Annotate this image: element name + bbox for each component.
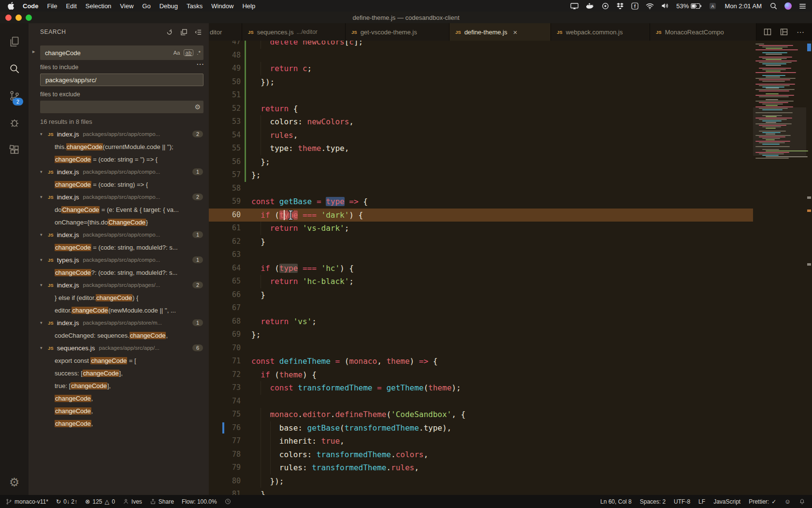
screen-mirroring-icon[interactable] [570, 2, 579, 10]
menu-window[interactable]: Window [207, 2, 238, 10]
clock-status[interactable] [225, 498, 231, 505]
code-text[interactable]: colors: transformedTheme.colors, [251, 448, 428, 462]
encoding-status[interactable]: UTF-8 [674, 498, 690, 505]
line-number[interactable]: 75 [209, 408, 241, 421]
more-actions-icon[interactable]: ⋯ [797, 28, 804, 37]
messenger-icon[interactable]: f [631, 2, 638, 10]
code-text[interactable]: const defineTheme = (monaco, theme) => { [251, 355, 437, 368]
code-text[interactable]: } [251, 288, 265, 302]
search-file-row[interactable]: ▾JSindex.jspackages/app/src/app/compo...… [29, 228, 209, 241]
feedback-smiley-icon[interactable]: ☺ [784, 498, 791, 505]
regex-icon[interactable]: .* [197, 50, 201, 56]
wifi-icon[interactable] [646, 3, 654, 9]
expand-chevron-icon[interactable]: ▾ [40, 132, 47, 136]
expand-chevron-icon[interactable]: ▾ [40, 320, 47, 325]
split-editor-icon[interactable] [764, 28, 771, 36]
problems-status[interactable]: ⊗ 125 △ 0 [85, 498, 115, 505]
code-text[interactable]: return { [251, 102, 298, 116]
expand-chevron-icon[interactable]: ▾ [40, 232, 47, 237]
search-match-row[interactable]: editor.changeCode(newModule.code || '', … [29, 304, 209, 316]
search-match-row[interactable]: changeCode = (code: string) => { [29, 178, 209, 191]
git-sync-status[interactable]: ↻ 0↓ 2↑ [56, 498, 77, 505]
line-number[interactable]: 74 [209, 395, 241, 408]
search-match-row[interactable]: changeCode, [29, 404, 209, 417]
line-number[interactable]: 57 [209, 168, 241, 182]
menu-view[interactable]: View [116, 2, 138, 10]
expand-chevron-icon[interactable]: ▾ [40, 345, 47, 350]
exclude-settings-gear-icon[interactable]: ⚙ [194, 103, 201, 111]
code-text[interactable]: } [251, 235, 265, 249]
search-file-row[interactable]: ▾JSindex.jspackages/app/src/app/compo...… [29, 191, 209, 203]
notification-center-icon[interactable] [799, 3, 806, 9]
cursor-position[interactable]: Ln 60, Col 8 [600, 498, 632, 505]
zoom-window-button[interactable] [26, 15, 32, 21]
search-file-row[interactable]: ▾JSindex.jspackages/app/src/app/pages/..… [29, 279, 209, 291]
line-number[interactable]: 51 [209, 89, 241, 102]
menu-tasks[interactable]: Tasks [182, 2, 207, 10]
line-number[interactable]: 64 [209, 262, 241, 275]
search-match-row[interactable]: changeCode = (code: string = '') => { [29, 153, 209, 165]
dropbox-icon[interactable] [616, 2, 624, 9]
search-match-row[interactable]: changeCode, [29, 417, 209, 430]
code-text[interactable]: } [251, 488, 265, 495]
menu-app-name[interactable]: Code [18, 2, 43, 10]
refresh-icon[interactable] [166, 29, 173, 36]
docker-icon[interactable] [586, 2, 594, 9]
minimap[interactable] [753, 41, 806, 495]
code-text[interactable]: return 'hc-black'; [251, 275, 354, 288]
search-match-row[interactable]: codeChanged: sequences.changeCode, [29, 329, 209, 342]
line-number[interactable]: 53 [209, 115, 241, 129]
search-file-row[interactable]: ▾JSindex.jspackages/app/src/app/compo...… [29, 128, 209, 140]
line-number[interactable]: 60 [209, 209, 241, 222]
line-number[interactable]: 61 [209, 222, 241, 235]
search-input[interactable] [44, 49, 170, 57]
line-number[interactable]: 49 [209, 62, 241, 75]
line-number[interactable]: 58 [209, 182, 241, 195]
battery-indicator[interactable]: 53% [676, 2, 702, 10]
editor-layout-icon[interactable] [780, 28, 788, 36]
line-number[interactable]: 56 [209, 155, 241, 169]
line-number[interactable]: 65 [209, 275, 241, 288]
tab-clipped[interactable]: ditor [209, 23, 242, 41]
search-match-row[interactable]: changeCode?: (code: string, moduleId?: s… [29, 266, 209, 279]
spotlight-icon[interactable] [770, 2, 777, 10]
notifications-bell-icon[interactable] [799, 498, 805, 505]
line-number[interactable]: 55 [209, 142, 241, 155]
line-number[interactable]: 76 [209, 421, 241, 435]
code-editor[interactable]: 47 delete newColors[c];4849 return c;50 … [209, 41, 812, 495]
line-number[interactable]: 68 [209, 315, 241, 329]
expand-chevron-icon[interactable]: ▾ [40, 169, 47, 174]
line-number[interactable]: 79 [209, 461, 241, 475]
line-number[interactable]: 81 [209, 488, 241, 495]
files-to-exclude-input[interactable] [44, 103, 194, 111]
search-match-row[interactable]: doChangeCode = (e: Event & { target: { v… [29, 203, 209, 216]
code-text[interactable]: }); [251, 75, 275, 89]
timer-app-icon[interactable] [602, 2, 609, 10]
code-text[interactable]: rules: transformedTheme.rules, [251, 461, 419, 475]
menu-go[interactable]: Go [138, 2, 155, 10]
expand-chevron-icon[interactable]: ▾ [40, 194, 47, 199]
code-text[interactable]: monaco.editor.defineTheme('CodeSandbox',… [251, 408, 465, 421]
line-number[interactable]: 67 [209, 301, 241, 315]
code-text[interactable]: inherit: true, [251, 434, 345, 448]
search-match-row[interactable]: true: [changeCode], [29, 379, 209, 392]
expand-chevron-icon[interactable]: ▾ [40, 257, 47, 262]
toggle-search-details-icon[interactable]: ⋯ [196, 61, 204, 68]
line-number[interactable]: 66 [209, 288, 241, 302]
menu-file[interactable]: File [43, 2, 62, 10]
share-status[interactable]: Share [150, 498, 174, 505]
code-text[interactable]: if (theme) { [251, 368, 317, 382]
search-match-row[interactable]: changeCode, [29, 392, 209, 404]
search-file-row[interactable]: ▾JSindex.jspackages/app/src/app/compo...… [29, 165, 209, 178]
code-text[interactable]: return 'vs'; [251, 315, 317, 329]
line-number[interactable]: 52 [209, 102, 241, 116]
prettier-status[interactable]: Prettier:✓ [749, 498, 776, 505]
line-number[interactable]: 54 [209, 129, 241, 142]
expand-chevron-icon[interactable]: ▾ [40, 283, 47, 287]
line-number[interactable]: 80 [209, 475, 241, 488]
close-tab-icon[interactable]: × [513, 29, 518, 36]
whole-word-icon[interactable]: ab [184, 49, 194, 56]
code-text[interactable]: rules, [251, 129, 298, 142]
menu-help[interactable]: Help [238, 2, 260, 10]
new-search-editor-icon[interactable] [180, 29, 188, 36]
